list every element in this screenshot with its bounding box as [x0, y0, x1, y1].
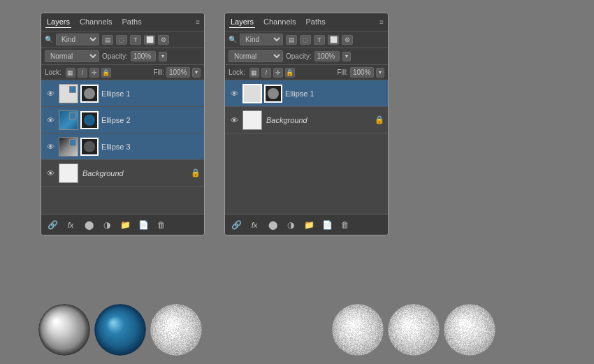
- left-toolbar-mask[interactable]: ◑: [100, 219, 114, 231]
- right-lock-icon-brush[interactable]: /: [261, 68, 271, 78]
- left-lock-bar: Lock: ▦ / ✛ 🔒 Fill: 100% ▾: [41, 65, 204, 80]
- left-lock-icon-move[interactable]: ✛: [89, 68, 99, 78]
- left-layer-row-ellipse3[interactable]: 👁 Ellipse 3: [41, 133, 204, 160]
- left-layer-row-bg[interactable]: 👁 Background 🔒: [41, 160, 204, 187]
- circle-noise-right-3: [444, 304, 495, 356]
- left-layer-name-ellipse2: Ellipse 2: [101, 116, 201, 124]
- left-blend-bar: Normal Opacity: 100% ▾: [41, 48, 204, 65]
- left-toolbar-group[interactable]: 📁: [118, 219, 132, 231]
- left-toolbar-adjustment[interactable]: ⬤: [82, 219, 96, 231]
- circle-gray-sphere: [38, 304, 90, 356]
- left-kind-select[interactable]: Kind: [56, 34, 99, 45]
- right-layer-eye-ellipse1[interactable]: 👁: [229, 88, 240, 99]
- right-kind-icon-5[interactable]: ⚙: [342, 35, 353, 45]
- right-lock-icon-pixel[interactable]: ▦: [249, 68, 259, 78]
- right-toolbar-delete[interactable]: 🗑: [338, 219, 352, 231]
- left-layer-eye-ellipse2[interactable]: 👁: [45, 115, 56, 126]
- left-toolbar-delete[interactable]: 🗑: [154, 219, 168, 231]
- left-fill-value: 100%: [166, 67, 190, 78]
- left-layers-spacer: [41, 187, 204, 214]
- left-panel-header: Layers Channels Paths ≡: [41, 13, 204, 31]
- right-search-icon: 🔍: [229, 36, 237, 43]
- left-layer-name-ellipse3: Ellipse 3: [101, 143, 201, 151]
- left-layer-row-ellipse1[interactable]: 👁 Ellipse 1: [41, 80, 204, 107]
- left-panel-tabs: Layers Channels Paths: [45, 16, 194, 28]
- left-layer-eye-bg[interactable]: 👁: [45, 168, 56, 179]
- right-toolbar-fx[interactable]: fx: [247, 219, 261, 231]
- right-fill-label: Fill:: [337, 68, 348, 76]
- right-tab-channels[interactable]: Channels: [262, 16, 297, 28]
- left-layer-thumb-ellipse2: [59, 110, 78, 130]
- left-opacity-arrow[interactable]: ▾: [159, 52, 167, 61]
- right-lock-icon-move[interactable]: ✛: [273, 68, 283, 78]
- left-lock-icons: ▦ / ✛ 🔒: [66, 68, 111, 78]
- right-panel-menu-icon[interactable]: ≡: [379, 18, 384, 26]
- left-kind-icon-1[interactable]: ▤: [102, 35, 113, 45]
- right-kind-icon-4[interactable]: ⬜: [328, 35, 339, 45]
- right-toolbar-link[interactable]: 🔗: [229, 219, 243, 231]
- right-kind-icon-3[interactable]: T: [314, 35, 325, 45]
- left-tab-channels[interactable]: Channels: [78, 16, 113, 28]
- right-panel: Layers Channels Paths ≡ 🔍 Kind ▤ ◌ T ⬜ ⚙: [224, 13, 389, 235]
- left-layer-eye-ellipse3[interactable]: 👁: [45, 141, 56, 152]
- left-opacity-label: Opacity:: [102, 52, 128, 60]
- left-fill-section: Fill: 100% ▾: [153, 67, 201, 78]
- left-kind-bar: 🔍 Kind ▤ ◌ T ⬜ ⚙: [41, 31, 204, 48]
- left-kind-icon-5[interactable]: ⚙: [158, 35, 169, 45]
- left-panel-menu-icon[interactable]: ≡: [196, 18, 200, 26]
- left-kind-icon-4[interactable]: ⬜: [144, 35, 155, 45]
- right-toolbar-group[interactable]: 📁: [302, 219, 316, 231]
- right-layer-thumb-ellipse1: [242, 84, 262, 103]
- right-blend-select[interactable]: Normal: [229, 50, 283, 62]
- right-tab-paths[interactable]: Paths: [305, 16, 327, 28]
- left-search-icon: 🔍: [45, 36, 53, 43]
- left-fill-arrow[interactable]: ▾: [192, 68, 201, 78]
- left-panel: Layers Channels Paths ≡ 🔍 Kind ▤ ◌ T ⬜ ⚙: [41, 13, 205, 235]
- right-layer-lock-bg: 🔒: [375, 115, 384, 124]
- left-panel-toolbar: 🔗 fx ⬤ ◑ 📁 📄 🗑: [41, 214, 204, 235]
- right-layer-row-ellipse1[interactable]: 👁 Ellipse 1: [225, 80, 388, 107]
- left-lock-icon-pixel[interactable]: ▦: [66, 68, 75, 78]
- right-kind-bar: 🔍 Kind ▤ ◌ T ⬜ ⚙: [225, 31, 388, 48]
- right-panel-toolbar: 🔗 fx ⬤ ◑ 📁 📄 🗑: [225, 214, 388, 235]
- right-fill-value: 100%: [350, 67, 374, 78]
- left-tab-paths[interactable]: Paths: [121, 16, 143, 28]
- left-toolbar-new-layer[interactable]: 📄: [136, 219, 150, 231]
- circle-noise-right-2: [388, 304, 440, 356]
- right-panel-header: Layers Channels Paths ≡: [225, 13, 388, 31]
- right-layer-row-bg[interactable]: 👁 Background 🔒: [225, 107, 388, 133]
- right-layers-list: 👁 Ellipse 1 👁 Background 🔒: [225, 80, 388, 214]
- right-fill-arrow[interactable]: ▾: [376, 68, 384, 78]
- left-opacity-value: 100%: [131, 51, 156, 61]
- right-panel-tabs: Layers Channels Paths: [229, 16, 378, 28]
- right-tab-layers[interactable]: Layers: [229, 16, 255, 28]
- right-toolbar-adjustment[interactable]: ⬤: [266, 219, 280, 231]
- right-toolbar-new-layer[interactable]: 📄: [320, 219, 334, 231]
- left-layer-eye-ellipse1[interactable]: 👁: [45, 88, 56, 99]
- right-fill-section: Fill: 100% ▾: [337, 67, 384, 78]
- left-lock-label: Lock:: [45, 68, 61, 76]
- right-kind-icon-2[interactable]: ◌: [300, 35, 311, 45]
- left-kind-icon-2[interactable]: ◌: [116, 35, 127, 45]
- right-kind-icon-1[interactable]: ▤: [286, 35, 297, 45]
- left-lock-icon-all[interactable]: 🔒: [101, 68, 111, 78]
- left-toolbar-fx[interactable]: fx: [64, 219, 78, 231]
- left-kind-icon-3[interactable]: T: [130, 35, 141, 45]
- left-layer-name-ellipse1: Ellipse 1: [101, 89, 201, 98]
- left-layer-mask-ellipse1: [80, 85, 99, 103]
- right-toolbar-mask[interactable]: ◑: [284, 219, 298, 231]
- right-opacity-arrow[interactable]: ▾: [342, 52, 351, 61]
- left-toolbar-link[interactable]: 🔗: [45, 219, 59, 231]
- right-layer-mask-ellipse1: [264, 85, 282, 103]
- right-lock-icon-all[interactable]: 🔒: [285, 68, 295, 78]
- circle-noise-right-1: [332, 304, 384, 356]
- left-layer-thumb-bg: [59, 163, 78, 183]
- left-lock-icon-brush[interactable]: /: [78, 68, 87, 78]
- left-layer-row-ellipse2[interactable]: 👁 Ellipse 2: [41, 107, 204, 133]
- right-lock-bar: Lock: ▦ / ✛ 🔒 Fill: 100% ▾: [225, 65, 388, 80]
- left-circles-group: [38, 304, 202, 356]
- left-tab-layers[interactable]: Layers: [45, 16, 71, 28]
- left-blend-select[interactable]: Normal: [45, 50, 99, 62]
- right-layer-eye-bg[interactable]: 👁: [229, 115, 240, 126]
- right-kind-select[interactable]: Kind: [240, 34, 283, 45]
